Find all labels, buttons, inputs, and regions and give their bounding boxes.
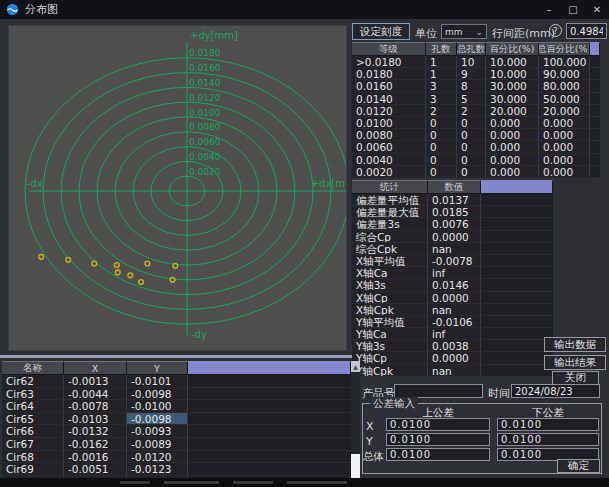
table-row[interactable]: >0.018011010.000100.000: [352, 56, 600, 68]
table-cell[interactable]: -0.0132: [64, 425, 127, 438]
close-window-button[interactable]: ✕: [585, 0, 609, 19]
scroll-up-button[interactable]: ▲: [351, 361, 360, 372]
table-cell[interactable]: 0.0137: [428, 194, 481, 206]
table-cell[interactable]: -0.0098: [127, 413, 188, 426]
table-cell[interactable]: 30.000: [486, 93, 539, 105]
table-cell[interactable]: -0.0098: [127, 388, 188, 401]
table-cell[interactable]: 2: [457, 105, 486, 117]
table-row[interactable]: X轴Cainf: [352, 267, 553, 279]
export-data-button[interactable]: 输出数据: [544, 337, 606, 352]
table-cell[interactable]: 偏差量3s: [352, 218, 428, 230]
set-scale-button[interactable]: 设定刻度: [352, 23, 410, 40]
table-row[interactable]: 0.0060000.0000.000: [352, 141, 600, 153]
table-cell[interactable]: 偏差量最大值: [352, 206, 428, 218]
table-row[interactable]: Y轴3s0.0038: [352, 340, 553, 352]
table-cell[interactable]: 0.0120: [352, 105, 426, 117]
table-row[interactable]: Y轴Cainf: [352, 328, 553, 340]
line-spacing-input[interactable]: [566, 23, 607, 39]
table-row[interactable]: Cir64-0.0078-0.0100: [2, 400, 351, 413]
table-cell[interactable]: nan: [428, 243, 481, 255]
table-cell[interactable]: Cir67: [2, 438, 64, 451]
table-cell[interactable]: 0: [426, 154, 457, 166]
table-cell[interactable]: Cir68: [2, 451, 64, 464]
table-row[interactable]: X轴Cpknan: [352, 304, 553, 316]
table-cell[interactable]: -0.0016: [64, 451, 127, 464]
table-cell[interactable]: 0.0000: [428, 231, 481, 243]
table-cell[interactable]: -0.0078: [64, 400, 127, 413]
table-row[interactable]: Y轴Cpknan: [352, 365, 553, 377]
table-cell[interactable]: 0.000: [486, 129, 539, 141]
table-cell[interactable]: 综合Cpk: [352, 243, 428, 255]
table-row[interactable]: Cir62-0.0013-0.0101: [2, 375, 351, 388]
table-cell[interactable]: 0: [426, 129, 457, 141]
y-lower-tolerance-input[interactable]: [497, 433, 599, 446]
table-row[interactable]: 0.01403530.00050.000: [352, 93, 600, 105]
table-cell[interactable]: inf: [428, 328, 481, 340]
table-row[interactable]: Cir69-0.0051-0.0123: [2, 463, 351, 476]
table-cell[interactable]: nan: [428, 304, 481, 316]
table-cell[interactable]: Cir65: [2, 413, 64, 426]
table-cell[interactable]: -0.0100: [127, 400, 188, 413]
table-cell[interactable]: 0.000: [486, 166, 539, 178]
table-cell[interactable]: -0.0013: [64, 375, 127, 388]
table-cell[interactable]: 80.000: [539, 80, 590, 92]
table-row[interactable]: Y轴平均值-0.0106: [352, 316, 553, 328]
confirm-button[interactable]: 确定: [557, 459, 600, 473]
table-row[interactable]: 综合Cpknan: [352, 243, 553, 255]
maximize-button[interactable]: □: [561, 0, 585, 19]
table-cell[interactable]: 0: [426, 117, 457, 129]
table-cell[interactable]: 50.000: [539, 93, 590, 105]
table-cell[interactable]: 3: [426, 93, 457, 105]
table-cell[interactable]: -0.0051: [64, 463, 127, 476]
table-cell[interactable]: 0.000: [539, 141, 590, 153]
table-cell[interactable]: 1: [426, 56, 457, 68]
table-row[interactable]: Cir66-0.0132-0.0093: [2, 425, 351, 438]
table-row[interactable]: 0.01603830.00080.000: [352, 80, 600, 92]
table-cell[interactable]: 1: [426, 68, 457, 80]
table-cell[interactable]: Y轴平均值: [352, 316, 428, 328]
table-cell[interactable]: 30.000: [486, 80, 539, 92]
table-cell[interactable]: 偏差量平均值: [352, 194, 428, 206]
table-cell[interactable]: 0.0180: [352, 68, 426, 80]
points-table-scrollbar[interactable]: ▲: [351, 361, 360, 478]
table-cell[interactable]: X轴平均值: [352, 255, 428, 267]
x-lower-tolerance-input[interactable]: [497, 418, 599, 431]
table-cell[interactable]: 0.0040: [352, 154, 426, 166]
table-cell[interactable]: 5: [457, 93, 486, 105]
table-cell[interactable]: 0.0160: [352, 80, 426, 92]
table-cell[interactable]: 0.000: [486, 117, 539, 129]
table-cell[interactable]: Y轴Cp: [352, 352, 428, 364]
table-cell[interactable]: 20.000: [539, 105, 590, 117]
splitter-handle[interactable]: [0, 355, 352, 358]
y-upper-tolerance-input[interactable]: [386, 433, 490, 446]
table-cell[interactable]: 9: [457, 68, 486, 80]
table-cell[interactable]: 0: [457, 166, 486, 178]
table-row[interactable]: 0.0020000.0000.000: [352, 166, 600, 178]
table-cell[interactable]: 0.0076: [428, 218, 481, 230]
unit-select[interactable]: mm ⌄: [441, 24, 487, 39]
table-cell[interactable]: 0: [457, 129, 486, 141]
table-cell[interactable]: X轴Cp: [352, 292, 428, 304]
table-cell[interactable]: -0.0123: [127, 463, 188, 476]
table-cell[interactable]: >0.0180: [352, 56, 426, 68]
table-cell[interactable]: 0.0146: [428, 279, 481, 291]
table-cell[interactable]: -0.0101: [127, 375, 188, 388]
table-cell[interactable]: Cir66: [2, 425, 64, 438]
time-input[interactable]: [511, 384, 600, 398]
table-row[interactable]: Y轴Cp0.0000: [352, 352, 553, 364]
table-cell[interactable]: 0.0000: [428, 292, 481, 304]
table-cell[interactable]: 10.000: [486, 56, 539, 68]
table-cell[interactable]: 0.0000: [428, 352, 481, 364]
table-cell[interactable]: 20.000: [486, 105, 539, 117]
table-cell[interactable]: -0.0089: [127, 438, 188, 451]
table-cell[interactable]: 3: [426, 80, 457, 92]
table-cell[interactable]: 0.000: [486, 141, 539, 153]
table-cell[interactable]: -0.0093: [127, 425, 188, 438]
table-cell[interactable]: 0: [426, 141, 457, 153]
product-input[interactable]: [394, 384, 483, 398]
table-row[interactable]: 0.0080000.0000.000: [352, 129, 600, 141]
table-cell[interactable]: 0: [457, 117, 486, 129]
help-icon[interactable]: ?: [549, 24, 562, 37]
table-cell[interactable]: 100.000: [539, 56, 590, 68]
table-row[interactable]: 偏差量最大值0.0185: [352, 206, 553, 218]
